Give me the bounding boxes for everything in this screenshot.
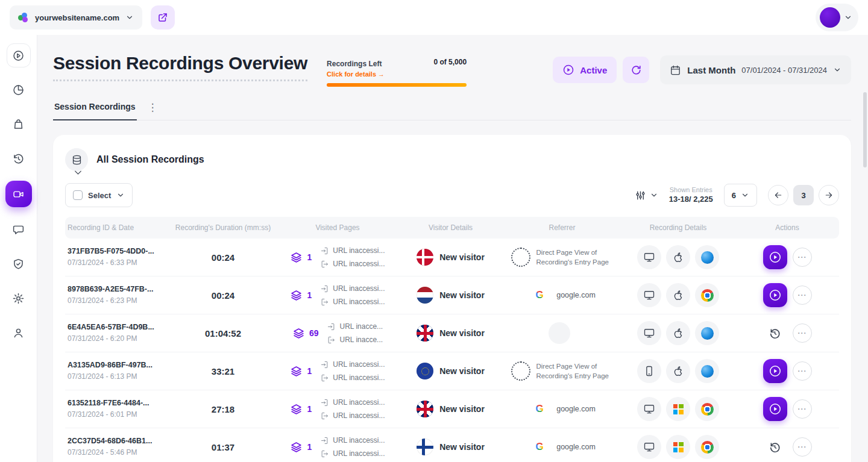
- page-size-dropdown[interactable]: 6: [724, 184, 757, 207]
- play-recording-button[interactable]: [763, 283, 787, 307]
- exit-url: URL inaccessi...: [333, 298, 385, 306]
- next-page-button[interactable]: [819, 185, 839, 205]
- exit-url: URL inaccessi...: [333, 260, 385, 268]
- click-for-details-link[interactable]: Click for details →: [327, 70, 385, 78]
- exit-url: URL inaccessi...: [333, 373, 385, 382]
- website-logo-icon: [18, 13, 29, 22]
- entry-page-link[interactable]: URL inaccessi...: [320, 398, 385, 407]
- entry-page-link[interactable]: URL inaccessi...: [320, 246, 385, 255]
- sidebar-item-feedback[interactable]: [7, 217, 31, 242]
- page-entry-icon: [320, 360, 329, 369]
- current-page[interactable]: 3: [793, 185, 814, 205]
- page-exit-icon: [327, 336, 336, 345]
- layers-icon: [290, 403, 303, 416]
- row-options-button[interactable]: ⋯: [793, 323, 812, 343]
- scrollbar-thumb[interactable]: [863, 92, 867, 167]
- table-row[interactable]: 61352118-F7E6-4484-... 07/31/2024 - 6:01…: [65, 390, 839, 428]
- visitor-type: New visitor: [439, 328, 485, 338]
- sidebar-item-history[interactable]: [7, 146, 31, 170]
- play-recording-button[interactable]: [763, 397, 787, 421]
- direct-referrer-icon: [511, 248, 530, 267]
- avatar: [820, 7, 840, 28]
- edge-browser-icon: [695, 321, 719, 345]
- table-row[interactable]: A3135AD9-86BF-497B... 07/31/2024 - 6:13 …: [65, 352, 839, 390]
- select-dropdown[interactable]: Select: [65, 183, 133, 207]
- column-filter-button[interactable]: [635, 190, 658, 201]
- recording-date: 07/31/2024 - 6:13 PM: [68, 372, 137, 382]
- open-website-button[interactable]: [151, 5, 175, 30]
- sidebar-item-account[interactable]: [7, 320, 31, 345]
- account-menu[interactable]: [816, 4, 858, 31]
- sidebar-item-privacy[interactable]: [7, 252, 31, 276]
- play-recording-button[interactable]: [763, 359, 787, 383]
- row-options-button[interactable]: ⋯: [793, 399, 812, 419]
- sidebar-item-launch[interactable]: [7, 43, 31, 67]
- entry-page-link[interactable]: URL inaccessi...: [320, 436, 385, 445]
- tab-session-recordings[interactable]: Session Recordings: [53, 102, 137, 120]
- row-options-button[interactable]: ⋯: [793, 248, 812, 267]
- active-status-button[interactable]: Active: [553, 57, 617, 83]
- topbar: yourwebsitename.com: [0, 0, 868, 35]
- sidebar-item-ecommerce[interactable]: [7, 112, 31, 136]
- desktop-device-icon: [637, 321, 661, 345]
- exit-url: URL inaccessi...: [333, 449, 385, 458]
- visited-pages-count: 1: [307, 442, 312, 452]
- row-options-button[interactable]: ⋯: [793, 437, 812, 457]
- scrollbar[interactable]: [863, 35, 867, 462]
- visited-pages-count: 69: [309, 328, 319, 338]
- exit-page-link[interactable]: URL inaccessi...: [320, 260, 385, 269]
- shield-check-icon: [12, 258, 25, 270]
- visitor-country-flag: [417, 287, 433, 304]
- date-range-picker[interactable]: Last Month 07/01/2024 - 07/31/2024: [660, 55, 851, 84]
- replay-recording-button[interactable]: [763, 435, 787, 459]
- visited-pages-count: 1: [307, 404, 312, 414]
- referrer-text: Direct Page View of Recording's Entry Pa…: [536, 248, 614, 267]
- shown-entries-label: Shown Entries: [669, 186, 713, 194]
- sidebar-item-session-recordings[interactable]: [5, 181, 32, 207]
- visitor-type: New visitor: [439, 252, 485, 262]
- sidebar-item-statistics[interactable]: [7, 78, 31, 102]
- table-row[interactable]: 8978B639-A2E5-47FB-... 07/31/2024 - 6:23…: [65, 276, 839, 314]
- entry-page-link[interactable]: URL inacce...: [327, 322, 383, 331]
- exit-page-link[interactable]: URL inaccessi...: [320, 449, 385, 458]
- visitor-country-flag: [417, 325, 433, 342]
- play-icon: [769, 364, 782, 378]
- chevron-down-icon: [72, 167, 84, 178]
- entry-page-link[interactable]: URL inaccessi...: [320, 360, 385, 369]
- recording-duration: 00:24: [212, 252, 234, 263]
- entry-page-link[interactable]: URL inaccessi...: [320, 284, 385, 293]
- user-settings-icon: [12, 326, 25, 339]
- website-selector[interactable]: yourwebsitename.com: [10, 5, 142, 30]
- select-label: Select: [88, 191, 111, 200]
- apple-os-icon: [666, 321, 690, 345]
- sidebar-item-settings[interactable]: [7, 286, 31, 310]
- tab-bar: Session Recordings ⋮: [53, 101, 851, 120]
- tab-options-menu[interactable]: ⋮: [148, 101, 158, 120]
- select-all-checkbox[interactable]: [73, 190, 83, 200]
- row-options-button[interactable]: ⋯: [793, 361, 812, 381]
- replay-icon: [769, 441, 781, 454]
- launch-icon: [12, 49, 25, 62]
- table-row[interactable]: 371FB7B5-F075-4DD0-... 07/31/2024 - 6:33…: [65, 239, 839, 276]
- table-row[interactable]: 2CC37D54-68D6-46B1... 07/31/2024 - 5:46 …: [65, 428, 839, 462]
- refresh-button[interactable]: [623, 57, 649, 83]
- play-recording-button[interactable]: [763, 245, 787, 269]
- table-row[interactable]: 6E4A5EA6-57BF-4D9B... 07/31/2024 - 6:20 …: [65, 314, 839, 352]
- entry-url: URL inaccessi...: [333, 360, 385, 369]
- exit-page-link[interactable]: URL inacce...: [327, 336, 383, 345]
- row-options-button[interactable]: ⋯: [793, 286, 812, 305]
- recording-duration: 00:24: [212, 290, 234, 301]
- desktop-device-icon: [637, 397, 661, 421]
- exit-page-link[interactable]: URL inaccessi...: [320, 373, 385, 382]
- recordings-left-widget: Recordings Left Click for details → 0 of…: [327, 53, 467, 87]
- page-exit-icon: [320, 449, 329, 458]
- exit-page-link[interactable]: URL inaccessi...: [320, 411, 385, 420]
- recordings-collection-toggle[interactable]: [65, 148, 88, 171]
- replay-recording-button[interactable]: [763, 321, 787, 345]
- exit-page-link[interactable]: URL inaccessi...: [320, 298, 385, 307]
- column-header: Recording's Duration (mm:ss): [169, 223, 277, 232]
- table-toolbar: Select Shown Entries 13-18/ 2,225 6: [65, 183, 839, 207]
- visitor-country-flag: [417, 401, 433, 417]
- previous-page-button[interactable]: [768, 185, 788, 205]
- card-title: All Session Recordings: [96, 154, 204, 165]
